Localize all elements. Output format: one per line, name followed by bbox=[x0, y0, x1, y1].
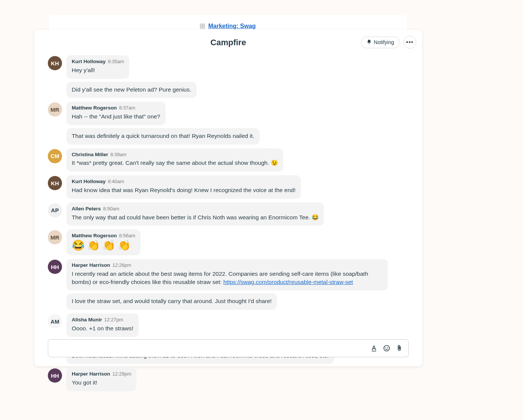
message-bubble: Allen Peters8:50amThe only way that ad c… bbox=[66, 203, 324, 226]
message-group: MRMatthew Rogerson8:37amHah -- the "And … bbox=[48, 102, 409, 144]
avatar[interactable]: MR bbox=[48, 230, 62, 244]
message-author: Harper Harrison bbox=[72, 262, 110, 269]
avatar[interactable]: AP bbox=[48, 203, 62, 217]
avatar[interactable]: HH bbox=[48, 368, 62, 383]
message-author: Harper Harrison bbox=[72, 371, 110, 378]
message-time: 8:50am bbox=[103, 206, 119, 212]
message-bubble: Kurt Holloway8:35amHey y'all! bbox=[66, 55, 129, 79]
message-bubble: Christina Miller8:39amIt *was* pretty gr… bbox=[66, 148, 283, 172]
message-text: Hah -- the "And just like that" one? bbox=[72, 113, 160, 120]
message-bubble: Harper Harrison12:26pmI recently read an… bbox=[66, 259, 388, 290]
svg-rect-0 bbox=[200, 24, 202, 26]
message-bubble: Matthew Rogerson8:37amHah -- the "And ju… bbox=[66, 102, 165, 125]
message-author: Christina Miller bbox=[72, 151, 108, 158]
message-bubble: Matthew Rogerson8:56am😂👏👏👏 bbox=[66, 229, 140, 255]
avatar[interactable]: AM bbox=[48, 314, 62, 328]
svg-point-5 bbox=[384, 346, 390, 351]
panel-header: Campfire Notifying ••• bbox=[34, 30, 422, 55]
composer-input[interactable] bbox=[53, 340, 365, 357]
message-time: 8:35am bbox=[108, 58, 124, 65]
message-group: KHKurt Holloway8:40amHad know idea that … bbox=[48, 175, 409, 199]
svg-point-6 bbox=[385, 347, 386, 348]
grid-icon bbox=[200, 24, 205, 29]
more-menu-button[interactable]: ••• bbox=[403, 36, 416, 49]
bell-icon bbox=[366, 39, 372, 46]
message-bubble: I love the straw set, and would totally … bbox=[66, 293, 277, 310]
svg-point-7 bbox=[387, 347, 388, 348]
message-author: Allen Peters bbox=[72, 206, 101, 213]
message-bubble: Alisha Munir12:27pmOooo. +1 on the straw… bbox=[66, 314, 139, 337]
svg-rect-1 bbox=[203, 24, 205, 26]
message-time: 12:29pm bbox=[112, 371, 131, 377]
message-text: Did y'all see the new Peleton ad? Pure g… bbox=[72, 86, 191, 93]
avatar[interactable]: HH bbox=[48, 260, 62, 274]
message-author: Alisha Munir bbox=[72, 316, 102, 324]
avatar[interactable]: MR bbox=[48, 102, 62, 117]
breadcrumb-link[interactable]: Marketing: Swag bbox=[208, 23, 256, 30]
message-text: It *was* pretty great. Can't really say … bbox=[72, 160, 278, 166]
message-bubble: That was definitely a quick turnaround o… bbox=[66, 128, 260, 145]
notifying-label: Notifying bbox=[374, 39, 394, 45]
message-text: Had know idea that was Ryan Reynold's do… bbox=[72, 187, 295, 193]
message-bubble: Kurt Holloway8:40amHad know idea that wa… bbox=[66, 175, 301, 199]
message-text: I love the straw set, and would totally … bbox=[72, 298, 272, 304]
attachment-icon[interactable] bbox=[396, 345, 403, 352]
message-time: 8:56am bbox=[119, 232, 135, 239]
message-time: 8:37am bbox=[119, 105, 135, 111]
emoji-reaction-row: 😂👏👏👏 bbox=[72, 240, 135, 251]
message-bubble: Harper Harrison12:29pmYou got it! bbox=[66, 368, 136, 391]
message-group: APAllen Peters8:50amThe only way that ad… bbox=[48, 203, 409, 226]
emoji-icon[interactable] bbox=[383, 345, 390, 352]
message-author: Matthew Rogerson bbox=[72, 232, 117, 240]
message-group: CMChristina Miller8:39amIt *was* pretty … bbox=[48, 148, 409, 172]
message-time: 8:40am bbox=[108, 178, 124, 185]
message-time: 8:39am bbox=[111, 151, 127, 158]
campfire-panel: Campfire Notifying ••• KHKurt Holloway8:… bbox=[34, 30, 422, 366]
message-group: HHHarper Harrison12:29pmYou got it! bbox=[48, 368, 409, 391]
message-author: Kurt Holloway bbox=[72, 178, 106, 185]
message-group: AMAlisha Munir12:27pmOooo. +1 on the str… bbox=[48, 314, 409, 337]
avatar[interactable]: KH bbox=[48, 176, 62, 190]
notifying-toggle[interactable]: Notifying bbox=[361, 37, 400, 48]
page-title: Campfire bbox=[210, 38, 246, 47]
avatar[interactable]: KH bbox=[48, 56, 62, 70]
message-composer bbox=[48, 339, 409, 357]
svg-rect-2 bbox=[200, 27, 202, 28]
message-bubble: Did y'all see the new Peleton ad? Pure g… bbox=[66, 82, 196, 98]
message-author: Matthew Rogerson bbox=[72, 105, 117, 112]
message-text: You got it! bbox=[72, 379, 97, 386]
ellipsis-icon: ••• bbox=[406, 39, 414, 46]
message-group: KHKurt Holloway8:35amHey y'all!Did y'all… bbox=[48, 55, 409, 98]
message-group: MRMatthew Rogerson8:56am😂👏👏👏 bbox=[48, 229, 409, 255]
message-author: Kurt Holloway bbox=[72, 58, 106, 65]
message-time: 12:27pm bbox=[104, 316, 123, 323]
message-time: 12:26pm bbox=[112, 262, 131, 269]
format-text-icon[interactable] bbox=[370, 345, 378, 352]
message-text: The only way that ad could have been bet… bbox=[72, 214, 319, 220]
message-text: Hey y'all! bbox=[72, 67, 95, 73]
avatar[interactable]: CM bbox=[48, 149, 62, 163]
message-group: HHHarper Harrison12:26pmI recently read … bbox=[48, 259, 409, 310]
message-text: Oooo. +1 on the straws! bbox=[72, 325, 133, 331]
message-link[interactable]: https://swag.com/product/reusable-metal-… bbox=[223, 279, 353, 285]
message-text: That was definitely a quick turnaround o… bbox=[72, 133, 254, 139]
svg-rect-3 bbox=[203, 27, 205, 28]
